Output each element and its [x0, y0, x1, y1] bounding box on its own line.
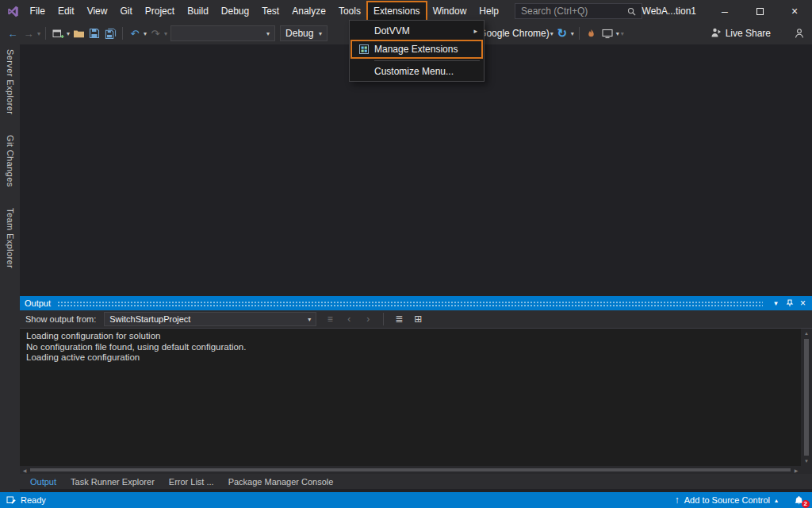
menu-file[interactable]: File — [24, 2, 52, 21]
menu-item-dotvvm[interactable]: DotVVM ▸ — [350, 22, 483, 39]
combobox-caret-icon: ▾ — [262, 30, 270, 37]
sidebar-item-git-changes[interactable]: Git Changes — [6, 135, 15, 187]
add-to-source-control-button[interactable]: Add to Source Control — [684, 495, 770, 505]
maximize-icon — [756, 8, 764, 15]
menu-help[interactable]: Help — [473, 2, 505, 21]
menu-bar: File Edit View Git Project Build Debug T… — [24, 2, 505, 21]
menu-item-customize-menu[interactable]: Customize Menu... — [350, 63, 483, 79]
redo-caret-icon[interactable]: ▾ — [164, 30, 167, 37]
extensions-menu: DotVVM ▸ Manage Extensions Customize Men… — [349, 20, 485, 82]
menu-item-manage-extensions[interactable]: Manage Extensions — [350, 40, 483, 59]
window-position-caret-icon[interactable]: ▾ — [769, 297, 783, 310]
horizontal-scrollbar[interactable]: ◀ ▶ — [20, 466, 801, 474]
start-debugging-dropdown[interactable]: (Google Chrome) ▾ — [476, 28, 554, 39]
menu-item-label: Manage Extensions — [374, 44, 458, 55]
tab-package-manager-console[interactable]: Package Manager Console — [221, 474, 341, 489]
menu-view[interactable]: View — [81, 2, 114, 21]
combobox-caret-icon: ▾ — [303, 316, 311, 323]
redo-icon[interactable]: ↷ — [148, 25, 163, 42]
menu-tools[interactable]: Tools — [332, 2, 367, 21]
task-status-icon — [6, 495, 16, 505]
console-text: Loading configuration for solution No co… — [20, 329, 812, 364]
window-title: WebA...tion1 — [642, 6, 707, 17]
scroll-right-icon[interactable]: ▶ — [791, 466, 801, 474]
menu-git[interactable]: Git — [113, 2, 138, 21]
status-ready-label: Ready — [21, 495, 46, 505]
solution-configuration-value: Debug — [285, 28, 313, 39]
tab-task-runner-explorer[interactable]: Task Runner Explorer — [63, 474, 162, 489]
vertical-scrollbar[interactable]: ▲ ▼ — [801, 329, 812, 466]
clear-all-icon[interactable]: ≣ — [391, 312, 407, 326]
output-toolbar: Show output from: SwitchStartupProject ▾… — [20, 310, 812, 329]
pin-icon[interactable] — [783, 297, 796, 310]
menu-edit[interactable]: Edit — [52, 2, 81, 21]
menu-test[interactable]: Test — [255, 2, 285, 21]
search-icon[interactable] — [627, 7, 636, 16]
vertical-scrollbar-thumb[interactable] — [804, 339, 809, 456]
feedback-icon[interactable] — [792, 25, 806, 42]
output-console: Loading configuration for solution No co… — [20, 329, 812, 474]
live-share-button[interactable]: Live Share — [710, 27, 771, 40]
notification-count-badge: 2 — [802, 500, 810, 508]
navigate-forward-icon[interactable]: → — [21, 25, 36, 42]
new-project-icon[interactable] — [51, 25, 65, 42]
open-folder-icon[interactable] — [71, 25, 86, 42]
left-tool-strip: Server Explorer Git Changes Team Explore… — [0, 44, 20, 492]
browser-target-caret-icon: ▾ — [550, 30, 553, 37]
toolbar-separator — [383, 313, 384, 325]
maximize-button[interactable] — [742, 0, 777, 22]
new-project-caret-icon[interactable]: ▾ — [67, 30, 70, 37]
find-message-icon[interactable]: ≡ — [322, 312, 338, 326]
menu-build[interactable]: Build — [181, 2, 215, 21]
toolbar-overflow-icon[interactable]: ▾ — [621, 30, 624, 37]
save-all-icon[interactable] — [103, 25, 117, 42]
combobox-caret-icon: ▾ — [314, 30, 322, 37]
close-button[interactable]: × — [777, 0, 812, 22]
close-panel-icon[interactable]: × — [796, 297, 810, 310]
next-message-icon[interactable]: › — [360, 312, 376, 326]
scroll-up-icon[interactable]: ▲ — [801, 329, 812, 338]
menu-window[interactable]: Window — [427, 2, 473, 21]
undo-caret-icon[interactable]: ▾ — [144, 30, 147, 37]
console-line: Loading active configuration — [26, 352, 796, 364]
sidebar-item-server-explorer[interactable]: Server Explorer — [6, 49, 15, 114]
tab-output[interactable]: Output — [23, 474, 63, 489]
live-share-icon — [710, 27, 722, 40]
menu-analyze[interactable]: Analyze — [285, 2, 332, 21]
navigate-dropdown-caret-icon[interactable]: ▾ — [37, 30, 40, 37]
navigate-backward-icon[interactable]: ← — [6, 25, 20, 42]
undo-icon[interactable]: ↶ — [128, 25, 142, 42]
console-line: No configuration file found, using defau… — [26, 342, 796, 353]
bottom-panel-tabs: Output Task Runner Explorer Error List .… — [20, 474, 812, 489]
menu-item-label: Customize Menu... — [374, 66, 454, 77]
scrollbar-corner — [801, 466, 812, 474]
minimize-button[interactable]: – — [707, 0, 742, 22]
toggle-word-wrap-icon[interactable]: ⊞ — [410, 312, 426, 326]
tab-error-list[interactable]: Error List ... — [162, 474, 221, 489]
notifications-button[interactable]: 2 — [794, 495, 804, 506]
visual-studio-window: File Edit View Git Project Build Debug T… — [0, 0, 812, 508]
solution-configuration-combobox[interactable]: Debug ▾ — [280, 25, 327, 41]
menu-debug[interactable]: Debug — [215, 2, 255, 21]
panel-drag-handle[interactable] — [57, 301, 763, 306]
output-source-combobox[interactable]: SwitchStartupProject ▾ — [104, 312, 316, 326]
menu-project[interactable]: Project — [139, 2, 181, 21]
search-placeholder: Search (Ctrl+Q) — [521, 6, 588, 17]
scroll-down-icon[interactable]: ▼ — [801, 456, 812, 466]
preview-window-caret-icon[interactable]: ▾ — [616, 30, 619, 37]
menu-extensions[interactable]: Extensions — [367, 2, 427, 21]
sidebar-item-team-explorer[interactable]: Team Explorer — [6, 208, 15, 268]
scroll-left-icon[interactable]: ◀ — [20, 466, 29, 474]
previous-message-icon[interactable]: ‹ — [341, 312, 357, 326]
output-panel-header[interactable]: Output ▾ × — [20, 296, 812, 310]
browser-link-caret-icon[interactable]: ▾ — [571, 30, 574, 37]
console-line: Loading configuration for solution — [26, 331, 796, 342]
search-box[interactable]: Search (Ctrl+Q) — [515, 3, 642, 19]
startup-target-combobox[interactable]: ▾ — [170, 25, 275, 41]
save-icon[interactable] — [87, 25, 102, 42]
preview-window-icon[interactable] — [600, 25, 615, 42]
horizontal-scrollbar-thumb[interactable] — [30, 468, 791, 471]
browser-link-refresh-icon[interactable]: ↻ — [555, 25, 569, 42]
browser-link-flame-icon[interactable] — [584, 25, 599, 42]
source-control-caret-icon[interactable]: ▴ — [775, 497, 778, 504]
